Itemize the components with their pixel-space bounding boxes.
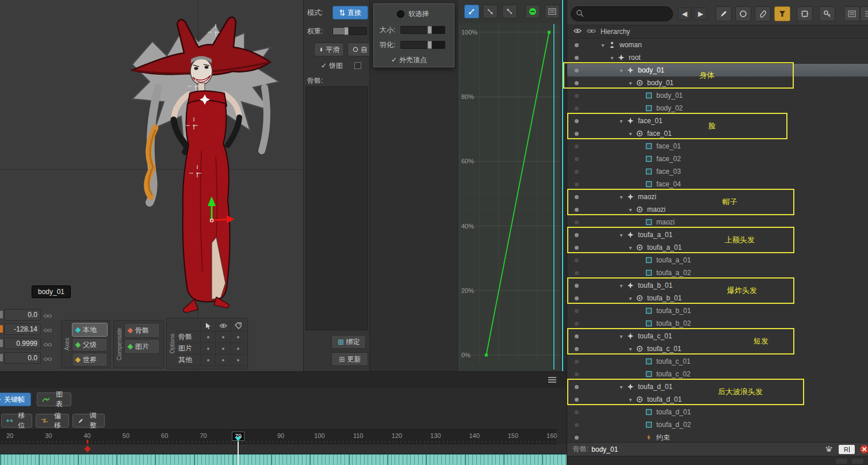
tree-row-root[interactable]: ▾root (567, 51, 868, 64)
expander-icon[interactable]: ▾ (618, 283, 625, 289)
keyframe-diamond-red[interactable] (84, 445, 90, 452)
hull-checkbox[interactable]: ✓ 外壳顶点 (391, 55, 427, 65)
options-toggle[interactable] (230, 331, 245, 343)
expander-icon[interactable]: ▾ (627, 207, 634, 213)
link-icon[interactable] (44, 341, 52, 349)
viewport[interactable]: body_01 0.0-128.140.99990.0 Axes 本地父级世界 … (0, 0, 304, 371)
transform-field[interactable]: -128.14 (4, 323, 41, 335)
expander-icon[interactable]: ▾ (618, 194, 625, 200)
menu-icon[interactable] (548, 377, 556, 383)
bottom-button[interactable] (835, 458, 848, 464)
tree-row-toufa_c_02[interactable]: toufa_c_02 (567, 368, 868, 380)
tree-row-toufa_b_01[interactable]: ▾toufa_b_01 (567, 279, 868, 292)
options-toggle[interactable] (200, 331, 215, 343)
tree-row-toufa_b_01[interactable]: ▾toufa_b_01 (567, 292, 868, 304)
options-toggle[interactable] (215, 331, 230, 343)
tree-row-toufa_c_01[interactable]: toufa_c_01 (567, 355, 868, 368)
keyframe-track[interactable] (0, 444, 567, 454)
tool-adjust[interactable]: 调整 (72, 414, 105, 428)
tool-shift[interactable]: 移位 (1, 414, 32, 428)
tree-row-约束[interactable]: 约束 (567, 431, 868, 442)
tree-row-maozi[interactable]: maozi (567, 216, 868, 228)
link-icon[interactable] (44, 355, 52, 363)
bottom-button[interactable] (851, 458, 864, 464)
pose-tool-button[interactable] (464, 5, 479, 18)
options-toggle[interactable] (230, 355, 245, 366)
expander-icon[interactable]: ▾ (618, 118, 625, 124)
options-toggle[interactable] (200, 343, 215, 355)
tree-row-maozi[interactable]: ▾maozi (567, 190, 868, 203)
tree-row-toufa_a_01[interactable]: ▾toufa_a_01 (567, 241, 868, 254)
tree-row-toufa_a_01[interactable]: ▾toufa_a_01 (567, 228, 868, 241)
bind-button[interactable]: 绑定 (331, 335, 366, 349)
transform-field[interactable]: 0.0 (4, 352, 41, 364)
bone-down-button[interactable] (502, 5, 517, 18)
expander-icon[interactable]: ▾ (618, 67, 625, 74)
frame-select-button[interactable] (797, 6, 813, 21)
gizmo-x-arrow[interactable] (227, 215, 235, 223)
options-toggle[interactable] (215, 355, 230, 366)
tree-row-face_04[interactable]: face_04 (567, 178, 868, 190)
axes-local-button[interactable]: 本地 (72, 323, 108, 337)
playhead-triangle[interactable] (235, 437, 242, 441)
panel-options-button[interactable] (860, 6, 868, 21)
tree-row-face_01[interactable]: face_01 (567, 140, 868, 153)
tree-row-toufa_d_02[interactable]: toufa_d_02 (567, 418, 868, 431)
tree-row-face_01[interactable]: ▾face_01 (567, 115, 868, 127)
search-input[interactable] (586, 10, 672, 18)
update-button[interactable]: 更新 (331, 352, 368, 366)
tree-row-toufa_b_02[interactable]: toufa_b_02 (567, 317, 868, 330)
key-button[interactable] (819, 6, 835, 21)
expander-icon[interactable]: ▾ (599, 42, 606, 48)
expander-icon[interactable]: ▾ (627, 397, 634, 403)
expander-icon[interactable]: ▾ (627, 80, 634, 86)
tree-row-woman[interactable]: ▾woman (567, 39, 868, 51)
eye-icon[interactable] (573, 28, 582, 36)
weight-falloff-graph[interactable]: 100%80%60%40%20%0% (458, 23, 561, 371)
tree-row-body_02[interactable]: body_02 (567, 102, 868, 115)
expander-icon[interactable]: ▾ (618, 333, 625, 340)
options-toggle[interactable] (230, 343, 245, 355)
timeline-ruler[interactable]: 79 20304050607090100110120130140150160 (0, 429, 557, 444)
tool-offset[interactable]: 偏移 (36, 414, 69, 428)
options-toggle[interactable] (200, 355, 215, 366)
list-view-button[interactable] (844, 6, 860, 21)
smooth-button[interactable]: 平滑 (314, 43, 344, 56)
auto-button[interactable]: 自 (347, 43, 370, 56)
tree-row-toufa_a_02[interactable]: toufa_a_02 (567, 266, 868, 279)
tree-row-face_03[interactable]: face_03 (567, 165, 868, 178)
link-icon[interactable] (587, 28, 596, 36)
bone-list[interactable] (305, 86, 368, 330)
playhead-line[interactable] (238, 441, 239, 465)
keyframe-band[interactable] (0, 454, 567, 465)
tree-row-body_01[interactable]: ▾body_01 (567, 64, 868, 77)
tree-row-toufa_c_01[interactable]: ▾toufa_c_01 (567, 330, 868, 342)
expander-icon[interactable]: ▾ (627, 295, 634, 302)
tree-row-toufa_d_01[interactable]: ▾toufa_d_01 (567, 393, 868, 406)
tree-row-body_01[interactable]: body_01 (567, 89, 868, 102)
graph-menu-button[interactable] (545, 5, 560, 18)
expander-icon[interactable]: ▾ (618, 384, 625, 390)
size-slider[interactable] (400, 26, 445, 34)
link-icon[interactable] (44, 326, 52, 334)
compensate-images-button[interactable]: 图片 (124, 339, 160, 354)
tree-row-toufa_b_01[interactable]: toufa_b_01 (567, 304, 868, 317)
tree-row-maozi[interactable]: ▾maozi (567, 203, 868, 216)
axes-parent-button[interactable]: 父级 (72, 338, 108, 352)
feather-slider[interactable] (400, 41, 445, 49)
curve-point[interactable] (485, 354, 488, 357)
forward-button[interactable]: ▶ (694, 7, 708, 20)
bone-up-button[interactable] (483, 5, 498, 18)
tree-row-toufa_c_01[interactable]: ▾toufa_c_01 (567, 342, 868, 355)
tree-row-face_02[interactable]: face_02 (567, 153, 868, 165)
cycle-toggle-button[interactable] (525, 5, 540, 18)
mode-direct-button[interactable]: 直接 (332, 6, 368, 20)
secondary-checkbox[interactable] (354, 62, 361, 69)
axes-world-button[interactable]: 世界 (72, 353, 108, 367)
curve-point[interactable] (548, 31, 550, 34)
tab-graph[interactable]: 图表 (37, 392, 71, 406)
transform-field[interactable]: 0.0 (4, 309, 41, 321)
transform-field[interactable]: 0.9999 (4, 338, 41, 349)
rename-badge[interactable]: R (839, 445, 855, 454)
tree-row-toufa_a_01[interactable]: toufa_a_01 (567, 254, 868, 266)
